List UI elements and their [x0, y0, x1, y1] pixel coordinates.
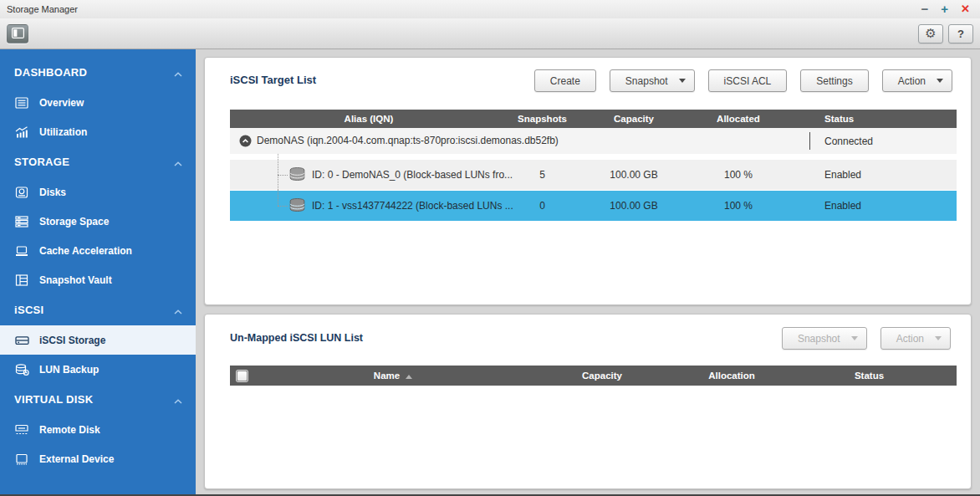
sidebar-section-virtual-disk[interactable]: VIRTUAL DISK — [0, 384, 196, 415]
action-button-disabled[interactable]: Action — [880, 327, 951, 350]
create-button[interactable]: Create — [534, 69, 596, 92]
gear-icon: ⚙ — [925, 28, 936, 40]
empty-table-body — [230, 386, 957, 469]
sidebar-item-cache-acceleration[interactable]: Cache Acceleration — [0, 236, 196, 265]
column-header-alias: Alias (IQN) — [230, 110, 508, 128]
action-button[interactable]: Action — [882, 69, 952, 92]
disk-stack-icon — [289, 198, 305, 215]
collapse-icon[interactable] — [239, 135, 252, 147]
disk-stack-icon — [289, 167, 305, 184]
external-device-icon — [14, 453, 29, 465]
sidebar-item-iscsi-storage[interactable]: iSCSI Storage — [0, 325, 196, 355]
toolbar-right: ⚙ ? — [918, 24, 973, 43]
sidebar-item-utilization[interactable]: Utilization — [0, 117, 196, 146]
window-controls: − + ✕ — [921, 0, 970, 18]
lun-snapshots: 5 — [508, 160, 577, 190]
chevron-up-icon — [174, 392, 182, 407]
select-all-cell — [230, 366, 263, 386]
settings-gear-button[interactable]: ⚙ — [918, 24, 943, 43]
sidebar-item-overview[interactable]: Overview — [0, 88, 196, 117]
lun-allocated: 100 % — [691, 160, 786, 190]
tree-connector — [278, 206, 288, 207]
target-alias: DemoNAS (iqn.2004-04.com.qnap:ts-870pro:… — [257, 128, 559, 154]
column-header-capacity: Capacity — [577, 110, 691, 128]
tree-connector — [278, 190, 278, 206]
lun-row-selected[interactable]: ID: 1 - vss1437744222 (Block-based LUNs … — [230, 191, 957, 221]
target-status: Connected — [786, 128, 957, 154]
select-all-checkbox[interactable] — [237, 371, 248, 381]
lun-row[interactable]: ID: 0 - DemoNAS_0 (Block-based LUNs fro.… — [230, 160, 957, 190]
lun-panel-buttons: Snapshot Action — [782, 327, 951, 350]
sidebar-item-remote-disk[interactable]: Remote Disk — [0, 415, 196, 444]
table-header-row: Alias (IQN) Snapshots Capacity Allocated… — [230, 110, 957, 128]
chevron-up-icon — [174, 155, 182, 170]
target-row[interactable]: DemoNAS (iqn.2004-04.com.qnap:ts-870pro:… — [230, 128, 957, 154]
iscsi-acl-button[interactable]: iSCSI ACL — [708, 69, 788, 92]
panel-title: Un-Mapped iSCSI LUN List — [230, 314, 363, 361]
lun-name: ID: 0 - DemoNAS_0 (Block-based LUNs fro.… — [312, 160, 513, 190]
window-title: Storage Manager — [0, 4, 78, 14]
storage-space-icon — [14, 216, 29, 228]
sidebar-item-external-device[interactable]: External Device — [0, 444, 196, 473]
help-icon: ? — [957, 28, 964, 40]
sidebar-section-storage[interactable]: STORAGE — [0, 146, 196, 177]
overview-icon — [14, 97, 29, 109]
lun-capacity: 100.00 GB — [577, 191, 691, 221]
toolbar: ⚙ ? — [0, 18, 980, 49]
column-header-allocation[interactable]: Allocation — [681, 366, 782, 386]
cache-acceleration-icon — [14, 245, 29, 257]
lun-allocated: 100 % — [691, 191, 786, 221]
sidebar-item-storage-space[interactable]: Storage Space — [0, 207, 196, 236]
panel-title: iSCSI Target List — [230, 58, 316, 103]
table-header-row: Name Capacity Allocation Status — [230, 366, 957, 386]
caret-down-icon — [851, 336, 858, 340]
lun-status: Enabled — [786, 191, 957, 221]
panel-toggle-icon — [12, 27, 24, 42]
lun-backup-icon — [14, 364, 29, 376]
iscsi-target-table: Alias (IQN) Snapshots Capacity Allocated… — [230, 110, 957, 221]
chevron-up-icon — [174, 303, 182, 318]
titlebar: Storage Manager − + ✕ — [0, 0, 980, 18]
column-header-capacity[interactable]: Capacity — [523, 366, 681, 386]
snapshot-button-disabled[interactable]: Snapshot — [782, 327, 867, 350]
column-header-snapshots: Snapshots — [508, 110, 577, 128]
unmapped-lun-table: Name Capacity Allocation Status — [230, 366, 957, 469]
caret-down-icon — [937, 79, 943, 83]
lun-snapshots: 0 — [508, 191, 577, 221]
sidebar-item-disks[interactable]: Disks — [0, 177, 196, 207]
lun-name: ID: 1 - vss1437744222 (Block-based LUNs … — [312, 191, 513, 221]
sidebar-toggle-button[interactable] — [7, 24, 28, 43]
help-button[interactable]: ? — [948, 24, 973, 43]
chevron-up-icon — [174, 65, 182, 80]
lun-status: Enabled — [786, 160, 957, 190]
column-header-status: Status — [786, 110, 957, 128]
remote-disk-icon — [14, 424, 29, 436]
close-button[interactable]: ✕ — [961, 1, 970, 18]
iscsi-storage-icon — [14, 335, 29, 346]
settings-button[interactable]: Settings — [800, 69, 868, 92]
lun-capacity: 100.00 GB — [577, 160, 691, 190]
sidebar-item-lun-backup[interactable]: LUN Backup — [0, 355, 196, 384]
utilization-icon — [14, 126, 29, 138]
snapshot-vault-icon — [14, 274, 29, 286]
snapshot-button[interactable]: Snapshot — [610, 69, 695, 92]
iscsi-target-list-panel: iSCSI Target List Create Snapshot iSCSI … — [204, 57, 972, 305]
storage-manager-window: Storage Manager − + ✕ ⚙ ? DASHBOARD — [0, 0, 980, 496]
caret-down-icon — [935, 336, 942, 340]
sidebar-section-dashboard[interactable]: DASHBOARD — [0, 57, 196, 88]
tree-connector — [278, 175, 288, 176]
unmapped-lun-list-panel: Un-Mapped iSCSI LUN List Snapshot Action… — [204, 314, 972, 489]
sidebar-item-snapshot-vault[interactable]: Snapshot Vault — [0, 265, 196, 294]
minimize-button[interactable]: − — [921, 1, 929, 18]
maximize-button[interactable]: + — [941, 1, 948, 18]
sidebar-section-iscsi[interactable]: iSCSI — [0, 294, 196, 325]
sort-ascending-icon — [406, 375, 412, 379]
sidebar: DASHBOARD Overview Utilization STORAGE D… — [0, 49, 196, 494]
column-header-allocated: Allocated — [691, 110, 786, 128]
column-header-name[interactable]: Name — [263, 366, 523, 386]
column-header-status[interactable]: Status — [782, 366, 957, 386]
caret-down-icon — [679, 79, 686, 83]
disks-icon — [14, 187, 29, 198]
tree-connector — [278, 154, 278, 190]
target-panel-buttons: Create Snapshot iSCSI ACL Settings Actio… — [534, 69, 952, 92]
